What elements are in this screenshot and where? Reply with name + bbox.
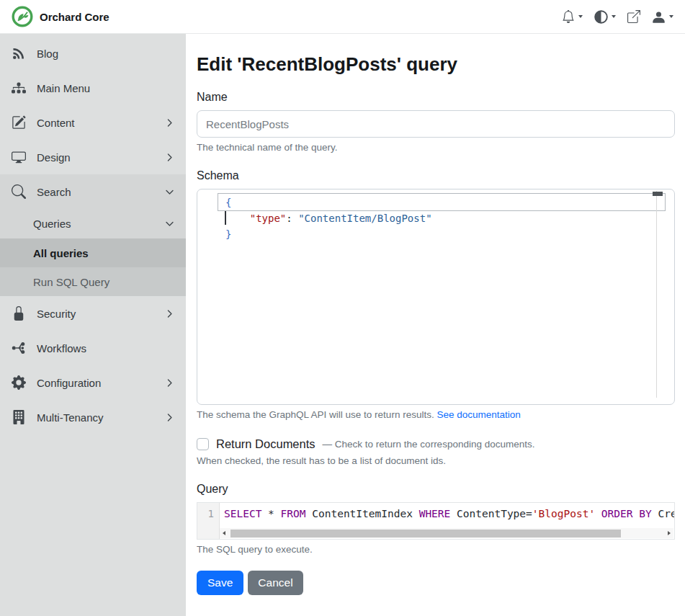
code-token: 'BlogPost': [532, 508, 595, 519]
vertical-scrollbar-thumb[interactable]: [653, 192, 663, 196]
rss-icon: [12, 46, 26, 61]
sidebar-item-content[interactable]: Content: [0, 105, 186, 140]
schema-code-line: }: [225, 226, 645, 242]
schema-field-hint: The schema the GraphQL API will use to r…: [197, 409, 675, 421]
schema-code-line: "type": "ContentItem/BlogPost": [225, 210, 645, 226]
chevron-right-icon: [165, 378, 174, 388]
code-token: ContentType=: [450, 508, 532, 519]
name-field-hint: The technical name of the query.: [197, 141, 675, 154]
return-documents-hint: When checked, the result has to be a lis…: [197, 455, 675, 468]
sidebar-item-multi-tenancy[interactable]: Multi-Tenancy: [0, 400, 186, 434]
vertical-scrollbar-track[interactable]: [656, 191, 657, 398]
monitor-icon: [12, 150, 26, 164]
return-documents-row: Return Documents — Check to return the c…: [197, 437, 675, 451]
gear-icon: [12, 375, 26, 390]
sidebar-item-blog[interactable]: Blog: [0, 36, 186, 71]
code-token: ORDER: [601, 508, 633, 519]
sidebar-item-run-sql-query[interactable]: Run SQL Query: [0, 267, 186, 296]
sidebar-item-label: Blog: [37, 48, 174, 60]
chevron-right-icon: [165, 153, 174, 162]
save-button[interactable]: Save: [197, 571, 243, 595]
code-token: :: [286, 213, 298, 224]
chevron-right-icon: [165, 413, 174, 422]
brand-title: Orchard Core: [40, 11, 109, 23]
chevron-down-icon: [669, 15, 673, 18]
name-input[interactable]: [197, 110, 675, 138]
orchard-core-logo-icon: [12, 6, 33, 27]
sitemap-icon: [12, 81, 26, 95]
header-actions: [562, 10, 673, 24]
chevron-right-icon: [165, 118, 174, 128]
sql-code-editor[interactable]: 1 SELECT * FROM ContentItemIndex WHERE C…: [197, 502, 675, 540]
chevron-down-icon: [612, 15, 616, 18]
admin-sidebar: Blog Main Menu Content Design Search: [0, 34, 186, 616]
code-token: {: [225, 197, 231, 208]
sidebar-item-workflows[interactable]: Workflows: [0, 331, 186, 365]
workflow-icon: [12, 341, 26, 355]
sidebar-item-queries[interactable]: Queries: [0, 209, 186, 238]
code-token: [595, 508, 601, 519]
return-documents-checkbox[interactable]: [197, 438, 209, 450]
sidebar-item-label: Workflows: [37, 342, 174, 354]
see-documentation-link[interactable]: See documentation: [436, 409, 520, 420]
code-token: WHERE: [419, 508, 451, 519]
notifications-dropdown[interactable]: [562, 10, 583, 23]
query-field-label: Query: [197, 482, 675, 496]
chevron-down-icon: [165, 219, 174, 228]
schema-code-editor[interactable]: { "type": "ContentItem/BlogPost"}: [197, 189, 675, 405]
code-token: FROM: [281, 508, 306, 519]
user-account-icon: [652, 10, 666, 24]
sidebar-item-label: Run SQL Query: [33, 276, 174, 288]
code-token: CreatedUtc DESC: [652, 508, 674, 519]
theme-toggle-dropdown[interactable]: [594, 10, 616, 24]
theme-contrast-icon: [594, 10, 608, 24]
sidebar-item-label: Configuration: [37, 377, 165, 389]
horizontal-scrollbar-track[interactable]: [220, 528, 673, 538]
return-documents-description: — Check to return the corresponding docu…: [323, 439, 535, 450]
schema-hint-text: The schema the GraphQL API will use to r…: [197, 409, 434, 420]
user-menu-dropdown[interactable]: [652, 10, 673, 24]
building-icon: [12, 410, 26, 424]
scroll-right-arrow-icon[interactable]: [668, 531, 671, 535]
code-token: *: [261, 508, 280, 519]
schema-code-line: {: [225, 195, 645, 210]
horizontal-scrollbar-thumb[interactable]: [230, 530, 621, 537]
sidebar-item-all-queries[interactable]: All queries: [0, 238, 186, 267]
text-cursor: [225, 211, 226, 225]
notifications-bell-icon: [562, 10, 575, 23]
page-title: Edit 'RecentBlogPosts' query: [197, 53, 675, 76]
code-token: "type": [250, 213, 287, 224]
open-site-button[interactable]: [627, 10, 640, 23]
sidebar-item-label: Queries: [33, 218, 165, 230]
name-field-label: Name: [197, 90, 675, 104]
query-field-hint: The SQL query to execute.: [197, 543, 675, 556]
sidebar-item-design[interactable]: Design: [0, 140, 186, 174]
top-header-bar: Orchard Core: [0, 0, 685, 34]
line-number-gutter: 1: [197, 503, 220, 539]
form-actions: Save Cancel: [197, 571, 675, 595]
sidebar-item-label: All queries: [33, 247, 174, 259]
code-token: ContentItemIndex: [306, 508, 419, 519]
code-token: BY: [639, 508, 651, 519]
chevron-down-icon: [165, 187, 174, 197]
code-token: }: [225, 228, 231, 240]
main-content: Edit 'RecentBlogPosts' query Name The te…: [186, 34, 685, 616]
sidebar-item-label: Multi-Tenancy: [37, 411, 165, 424]
sidebar-item-main-menu[interactable]: Main Menu: [0, 71, 186, 105]
sidebar-item-search[interactable]: Search: [0, 174, 186, 209]
open-site-external-link-icon: [627, 10, 640, 23]
sidebar-item-label: Security: [37, 308, 165, 320]
cancel-button[interactable]: Cancel: [248, 571, 303, 595]
schema-field-label: Schema: [197, 169, 675, 183]
sidebar-item-label: Main Menu: [37, 82, 174, 94]
lock-icon: [12, 306, 26, 321]
sidebar-item-configuration[interactable]: Configuration: [0, 365, 186, 400]
code-token: [225, 213, 250, 224]
chevron-down-icon: [578, 15, 583, 18]
sidebar-item-security[interactable]: Security: [0, 296, 186, 331]
sidebar-search-section: Search Queries All queries Run SQL Query: [0, 174, 186, 296]
schema-code-lines: { "type": "ContentItem/BlogPost"}: [225, 195, 645, 242]
scroll-left-arrow-icon[interactable]: [223, 531, 225, 535]
search-icon: [12, 184, 26, 199]
sidebar-item-label: Content: [37, 117, 165, 129]
